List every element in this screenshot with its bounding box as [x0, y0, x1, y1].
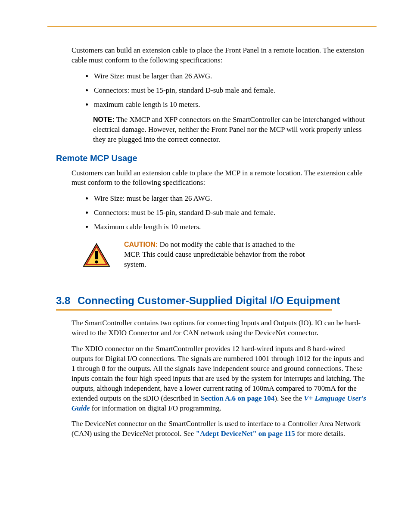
- note-label: NOTE:: [93, 116, 115, 123]
- svg-point-3: [95, 260, 98, 263]
- subheading-remote-mcp: Remote MCP Usage: [56, 153, 368, 163]
- list-item: maximum cable length is 10 meters.: [93, 100, 368, 110]
- caution-text: CAUTION: Do not modify the cable that is…: [124, 240, 305, 270]
- mcp-bullets: Wire Size: must be larger than 26 AWG. C…: [72, 194, 368, 232]
- body-content: Customers can build an extension cable t…: [72, 46, 368, 145]
- section-para-1: The SmartController contains two options…: [72, 318, 368, 338]
- text-span: for information on digital I/O programmi…: [90, 404, 221, 412]
- link-adept-devicenet[interactable]: "Adept DeviceNet" on page 115: [196, 429, 295, 438]
- note-text: The XMCP and XFP connectors on the Smart…: [93, 115, 365, 143]
- mcp-content: Customers can build an extension cable t…: [72, 168, 368, 270]
- list-item: Wire Size: must be larger than 26 AWG.: [93, 194, 368, 204]
- warning-triangle-icon: [83, 243, 110, 267]
- section-para-3: The DeviceNet connector on the SmartCont…: [72, 419, 368, 439]
- intro-bullets: Wire Size: must be larger than 26 AWG. C…: [72, 72, 368, 110]
- intro-paragraph: Customers can build an extension cable t…: [72, 46, 368, 65]
- text-span: The XDIO connector on the SmartControlle…: [72, 345, 364, 402]
- list-item: Wire Size: must be larger than 26 AWG.: [93, 72, 368, 81]
- section-number: 3.8: [56, 295, 78, 307]
- page: Customers can build an extension cable t…: [0, 0, 411, 532]
- link-section-a6[interactable]: Section A.6 on page 104: [201, 394, 274, 402]
- section-para-2: The XDIO connector on the SmartControlle…: [72, 344, 368, 414]
- section-content: The SmartController contains two options…: [72, 318, 368, 439]
- svg-rect-2: [95, 251, 98, 259]
- section-heading: 3.8 Connecting Customer-Supplied Digital…: [56, 295, 368, 307]
- list-item: Connectors: must be 15-pin, standard D-s…: [93, 208, 368, 218]
- caution-block: CAUTION: Do not modify the cable that is…: [83, 240, 368, 270]
- text-span: ). See the: [274, 394, 304, 402]
- note-block: NOTE: The XMCP and XFP connectors on the…: [93, 115, 368, 145]
- caution-label: CAUTION:: [124, 241, 158, 248]
- mcp-paragraph: Customers can build an extension cable t…: [72, 168, 368, 188]
- top-rule: [47, 26, 377, 27]
- text-span: for more details.: [295, 429, 345, 438]
- list-item: Maximum cable length is 10 meters.: [93, 222, 368, 232]
- list-item: Connectors: must be 15-pin, standard D-s…: [93, 86, 368, 96]
- section-title: Connecting Customer-Supplied Digital I/O…: [78, 295, 340, 307]
- section-rule: [56, 309, 332, 311]
